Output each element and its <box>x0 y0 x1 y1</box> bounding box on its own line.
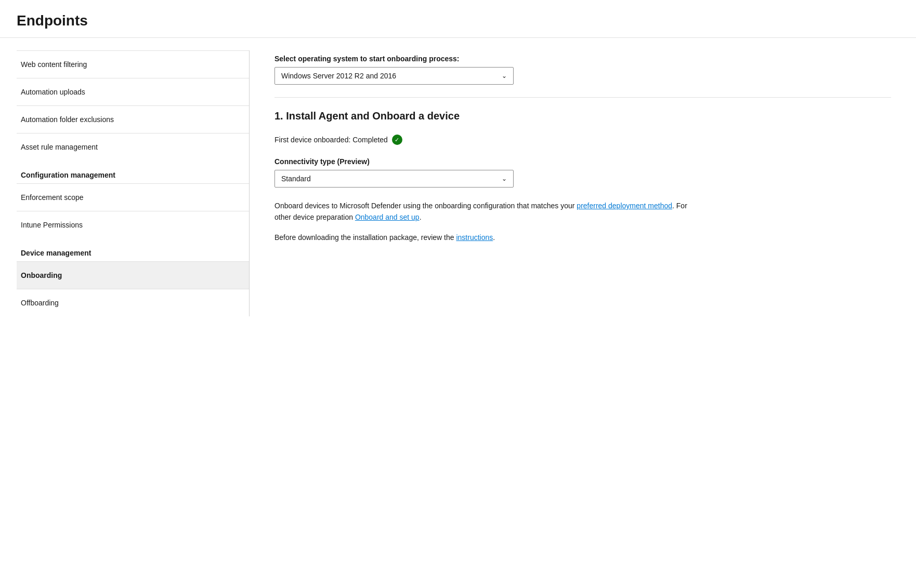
sidebar-group-device-management: Device management Onboarding Offboarding <box>17 238 249 316</box>
content-area: Web content filtering Automation uploads… <box>0 38 916 316</box>
os-select-label: Select operating system to start onboard… <box>274 55 891 63</box>
connectivity-dropdown[interactable]: Standard ⌄ <box>274 170 514 188</box>
step1-heading: 1. Install Agent and Onboard a device <box>274 110 891 122</box>
os-dropdown[interactable]: Windows Server 2012 R2 and 2016 ⌄ <box>274 67 514 85</box>
before-download-part2: . <box>493 233 495 242</box>
connectivity-dropdown-value: Standard <box>281 175 311 183</box>
sidebar-item-label: Enforcement scope <box>21 193 84 202</box>
first-device-label: First device onboarded: Completed <box>274 136 388 144</box>
sidebar-item-automation-folder-exclusions[interactable]: Automation folder exclusions <box>17 105 249 133</box>
completed-check-icon: ✓ <box>392 135 402 145</box>
first-device-status: First device onboarded: Completed ✓ <box>274 135 891 145</box>
chevron-down-icon: ⌄ <box>502 72 507 79</box>
main-content: Select operating system to start onboard… <box>250 50 916 316</box>
sidebar-section-header-device-management: Device management <box>17 238 249 261</box>
step1-section: 1. Install Agent and Onboard a device Fi… <box>274 110 891 243</box>
sidebar-item-label: Onboarding <box>21 271 62 279</box>
sidebar-item-label: Intune Permissions <box>21 221 83 229</box>
onboard-and-set-up-link[interactable]: Onboard and set up <box>355 213 420 221</box>
description-part3: . <box>420 213 422 221</box>
sidebar-group-general: Web content filtering Automation uploads… <box>17 50 249 161</box>
sidebar-item-web-content-filtering[interactable]: Web content filtering <box>17 50 249 78</box>
sidebar-item-label: Asset rule management <box>21 143 98 151</box>
os-dropdown-value: Windows Server 2012 R2 and 2016 <box>281 72 396 80</box>
section-divider <box>274 97 891 98</box>
instructions-link[interactable]: instructions <box>456 233 493 242</box>
sidebar-item-automation-uploads[interactable]: Automation uploads <box>17 78 249 105</box>
sidebar: Web content filtering Automation uploads… <box>0 50 250 316</box>
description-part1: Onboard devices to Microsoft Defender us… <box>274 202 577 210</box>
page-container: Endpoints Web content filtering Automati… <box>0 0 916 316</box>
before-download-text: Before downloading the installation pack… <box>274 232 701 243</box>
sidebar-item-label: Offboarding <box>21 299 59 307</box>
os-select-section: Select operating system to start onboard… <box>274 55 891 85</box>
sidebar-item-offboarding[interactable]: Offboarding <box>17 289 249 316</box>
sidebar-group-configuration-management: Configuration management Enforcement sco… <box>17 161 249 238</box>
sidebar-item-intune-permissions[interactable]: Intune Permissions <box>17 211 249 238</box>
onboard-description: Onboard devices to Microsoft Defender us… <box>274 200 701 223</box>
page-title: Endpoints <box>17 12 899 29</box>
sidebar-item-label: Automation uploads <box>21 88 85 96</box>
before-download-part1: Before downloading the installation pack… <box>274 233 456 242</box>
chevron-down-icon: ⌄ <box>502 175 507 182</box>
sidebar-item-label: Automation folder exclusions <box>21 115 114 124</box>
sidebar-item-enforcement-scope[interactable]: Enforcement scope <box>17 183 249 211</box>
sidebar-section-header-configuration-management: Configuration management <box>17 161 249 183</box>
preferred-deployment-method-link[interactable]: preferred deployment method <box>577 202 672 210</box>
sidebar-item-label: Web content filtering <box>21 60 87 69</box>
connectivity-type-label: Connectivity type (Preview) <box>274 157 891 166</box>
sidebar-item-asset-rule-management[interactable]: Asset rule management <box>17 133 249 161</box>
page-header: Endpoints <box>0 0 916 38</box>
sidebar-item-onboarding[interactable]: Onboarding <box>17 261 249 289</box>
